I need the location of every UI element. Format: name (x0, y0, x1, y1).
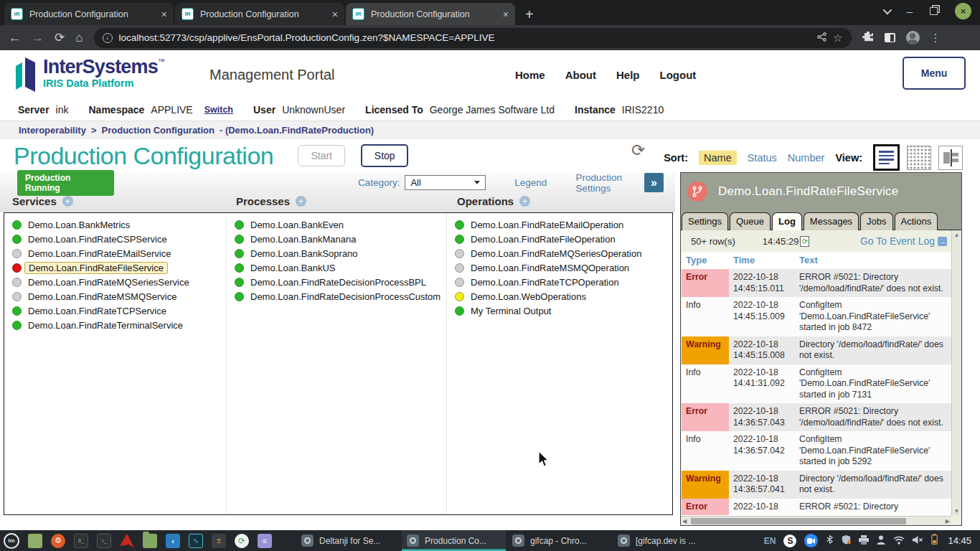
nav-link-about[interactable]: About (565, 69, 596, 81)
go-to-event-log-link[interactable]: Go To Event Log → (860, 235, 947, 247)
log-vertical-scrollbar[interactable]: ▲▼ (951, 230, 961, 516)
browser-tab[interactable]: IRProduction Configuration× (346, 3, 515, 25)
close-window-button[interactable]: × (955, 3, 971, 19)
expand-panel-button[interactable]: » (644, 173, 664, 192)
mint-menu-icon[interactable] (4, 533, 19, 549)
config-item[interactable]: Demo.Loan.FindRateFileService (12, 260, 226, 275)
back-icon[interactable]: ← (9, 32, 21, 44)
tab-queue[interactable]: Queue (730, 212, 771, 230)
home-icon[interactable]: ⌂ (75, 32, 83, 44)
calculator-icon[interactable] (212, 534, 226, 548)
restore-button[interactable] (930, 7, 938, 15)
config-item[interactable]: Demo.Loan.FindRateTCPOperation (455, 275, 641, 289)
category-select[interactable]: All (405, 175, 486, 190)
bluetooth-icon[interactable] (826, 534, 834, 547)
user-account-icon[interactable] (877, 534, 885, 547)
config-item[interactable]: Demo.Loan.FindRateMQSeriesOperation (455, 246, 641, 260)
tab-actions[interactable]: Actions (895, 212, 938, 230)
window-button[interactable]: [gifcap.dev is ... (613, 530, 717, 551)
config-item[interactable]: Demo.Loan.BankManana (235, 232, 446, 246)
config-item[interactable]: Demo.Loan.BankEven (235, 217, 446, 232)
log-horizontal-scrollbar[interactable]: ◀▶ (681, 516, 951, 525)
start-button[interactable]: Start (298, 145, 345, 166)
sync-app-icon[interactable] (235, 534, 249, 548)
zoom-icon[interactable] (804, 534, 818, 547)
sort-option-status[interactable]: Status (748, 152, 777, 164)
tab-messages[interactable]: Messages (804, 212, 859, 230)
tab-close-icon[interactable]: × (161, 9, 167, 20)
wifi-icon[interactable] (893, 534, 905, 547)
forward-icon[interactable]: → (32, 32, 44, 44)
sort-option-number[interactable]: Number (788, 152, 825, 164)
nav-link-help[interactable]: Help (616, 69, 640, 81)
tab-jobs[interactable]: Jobs (860, 212, 892, 230)
tab-log[interactable]: Log (772, 212, 802, 230)
minimize-button[interactable]: – (907, 5, 913, 17)
window-button[interactable]: Deltanji for Se... (296, 530, 400, 551)
volume-muted-icon[interactable] (913, 534, 923, 547)
config-item[interactable]: Demo.Loan.BankMetrics (12, 217, 226, 232)
window-button[interactable]: gifcap - Chro... (507, 530, 611, 551)
bookmark-star-icon[interactable]: ☆ (833, 32, 842, 44)
site-info-icon[interactable]: i (103, 33, 113, 43)
log-refresh-icon[interactable]: ⟳ (800, 236, 809, 247)
security-shield-icon[interactable] (842, 534, 851, 547)
refresh-spinner-icon[interactable]: ⟳ (631, 141, 645, 160)
config-item[interactable]: My Terminal Output (455, 303, 641, 318)
config-item[interactable]: Demo.Loan.FindRateTCPService (12, 303, 226, 318)
add-item-button[interactable]: + (62, 196, 73, 207)
grid-view-icon[interactable] (907, 146, 931, 170)
tab-close-icon[interactable]: × (503, 9, 509, 20)
add-item-button[interactable]: + (519, 196, 530, 207)
window-button[interactable]: Production Co... (402, 530, 506, 551)
breadcrumb-section[interactable]: Interoperability (19, 125, 86, 136)
sidebar-toggle-icon[interactable] (885, 33, 895, 42)
config-item[interactable]: Demo.Loan.FindRateMQSeriesService (12, 275, 226, 289)
printer-icon[interactable] (859, 534, 869, 547)
terminal-1-icon[interactable] (74, 534, 88, 548)
window-manager-icon[interactable] (28, 534, 42, 548)
config-item[interactable]: Demo.Loan.FindRateMSMQService (12, 289, 226, 303)
wave-app-icon[interactable] (189, 534, 203, 548)
new-tab-button[interactable]: + (525, 7, 534, 22)
browser-tab[interactable]: IRProduction Configuration× (4, 3, 174, 25)
reload-icon[interactable]: ⟳ (55, 32, 65, 44)
share-icon[interactable] (817, 32, 826, 44)
profile-avatar[interactable] (906, 31, 920, 44)
sort-option-name[interactable]: Name (699, 151, 737, 165)
config-item[interactable]: Demo.Loan.FindRateEMailService (12, 246, 226, 260)
language-indicator[interactable]: EN (764, 536, 776, 546)
config-item[interactable]: Demo.Loan.WebOperations (455, 289, 641, 303)
terminal-2-icon[interactable] (97, 534, 111, 548)
red-app-icon[interactable] (120, 534, 134, 548)
extensions-puzzle-icon[interactable] (862, 31, 874, 45)
config-item[interactable]: Demo.Loan.FindRateMSMQOperation (455, 260, 641, 275)
browser-menu-icon[interactable]: ⋮ (930, 32, 941, 44)
tab-search-chevron-icon[interactable] (882, 6, 892, 15)
config-item[interactable]: Demo.Loan.FindRateDecisionProcessCustom (235, 289, 446, 303)
skype-icon[interactable]: S (783, 534, 796, 547)
notes-app-icon[interactable] (258, 534, 272, 548)
config-item[interactable]: Demo.Loan.BankSoprano (235, 246, 446, 260)
stop-button[interactable]: Stop (361, 144, 408, 167)
switch-link[interactable]: Switch (204, 105, 233, 115)
config-item[interactable]: Demo.Loan.FindRateCSPService (12, 232, 226, 246)
menu-button[interactable]: Menu (903, 57, 966, 90)
config-item[interactable]: Demo.Loan.BankUS (235, 260, 446, 275)
vscode-icon[interactable] (166, 534, 180, 548)
config-item[interactable]: Demo.Loan.FindRateDecisionProcessBPL (235, 275, 446, 289)
scrollbar-thumb[interactable] (691, 518, 906, 524)
split-view-icon[interactable] (938, 146, 963, 170)
address-bar[interactable]: i localhost:52773/csp/applive/EnsPortal.… (94, 28, 852, 48)
legend-link[interactable]: Legend (514, 177, 547, 188)
tab-close-icon[interactable]: × (332, 9, 338, 20)
tab-settings[interactable]: Settings (682, 212, 728, 230)
nav-link-logout[interactable]: Logout (660, 69, 697, 81)
list-view-icon[interactable] (873, 144, 900, 171)
config-item[interactable]: Demo.Loan.FindRateEMailOperation (455, 217, 641, 232)
add-item-button[interactable]: + (296, 196, 306, 207)
config-item[interactable]: Demo.Loan.FindRateTerminalService (12, 318, 226, 332)
battery-icon[interactable] (931, 534, 938, 547)
config-item[interactable]: Demo.Loan.FindRateFileOperation (455, 232, 641, 246)
browser-tab[interactable]: IRProduction Configuration× (175, 3, 344, 25)
